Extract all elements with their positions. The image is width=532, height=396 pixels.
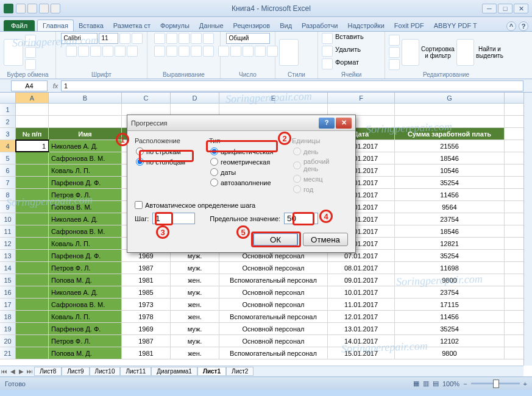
cell-name[interactable]: Николаев А. Д. [49, 140, 122, 152]
grow-font-icon[interactable] [119, 33, 130, 44]
row-head[interactable]: 4 [0, 140, 16, 152]
ok-button[interactable]: ОК [253, 233, 298, 246]
cell-year[interactable]: 1981 [122, 347, 171, 359]
dialog-close-button[interactable]: ✕ [336, 118, 352, 129]
indent-dec-icon[interactable] [191, 46, 202, 57]
header-num[interactable]: № п/п [16, 128, 49, 140]
cell[interactable] [219, 104, 328, 115]
cell[interactable] [395, 116, 505, 127]
cell-name[interactable]: Коваль Л. П. [49, 311, 122, 322]
layout-tab[interactable]: Разметка ст [108, 20, 155, 31]
cell-num[interactable]: 1 [16, 140, 49, 152]
font-size-combo[interactable]: 11 [99, 33, 118, 44]
cell-num[interactable] [16, 164, 49, 176]
underline-icon[interactable] [90, 46, 101, 57]
cell-date[interactable]: 10.01.2017 [328, 286, 395, 298]
cell-date[interactable]: 14.01.2017 [328, 335, 395, 347]
cell-year[interactable]: 1985 [122, 286, 171, 298]
row-head[interactable]: 3 [0, 128, 16, 140]
cell-salary[interactable]: 17115 [395, 299, 505, 310]
by-rows-radio[interactable]: по строкам [135, 147, 199, 156]
formula-input[interactable]: 1 [61, 80, 523, 91]
cell[interactable] [171, 104, 219, 115]
cell-num[interactable] [16, 274, 49, 286]
minimize-ribbon-icon[interactable]: ^ [506, 21, 516, 31]
redo-icon[interactable] [39, 4, 49, 13]
cell-num[interactable] [16, 286, 49, 298]
cell-num[interactable] [16, 323, 49, 334]
header-name[interactable]: Имя [49, 128, 122, 140]
cell-year[interactable]: 1987 [122, 262, 171, 274]
cell-salary[interactable]: 9800 [395, 274, 505, 286]
cell-year[interactable]: 1969 [122, 323, 171, 334]
cell-sex[interactable]: жен. [171, 274, 219, 286]
auto-step-checkbox[interactable]: Автоматическое определение шага [135, 201, 348, 209]
row-head[interactable]: 16 [0, 286, 16, 298]
align-left-icon[interactable] [154, 46, 165, 57]
limit-input[interactable] [284, 213, 318, 224]
cell-salary[interactable]: 11698 [395, 262, 505, 274]
border-icon[interactable] [102, 46, 113, 57]
cell-name[interactable]: Николаев А. Д. [49, 286, 122, 298]
zoom-in-icon[interactable]: + [523, 380, 527, 387]
sheet-nav-prev-icon[interactable]: ◀ [9, 368, 17, 375]
cell-salary[interactable]: 35254 [395, 323, 505, 334]
cell-salary[interactable]: 11456 [395, 189, 505, 200]
help-icon[interactable]: ? [519, 21, 528, 31]
view-normal-icon[interactable]: ▦ [413, 380, 419, 387]
cell-date[interactable]: 15.01.2017 [328, 347, 395, 359]
row-head[interactable]: 17 [0, 299, 16, 310]
fx-icon[interactable]: fx [50, 82, 61, 90]
sheet-tab[interactable]: Лист11 [120, 367, 151, 376]
sheet-nav-last-icon[interactable]: ⏭ [26, 368, 34, 375]
cell[interactable] [49, 116, 122, 127]
cell-cat[interactable]: Основной персонал [219, 335, 328, 347]
align-middle-icon[interactable] [166, 33, 177, 44]
cell[interactable] [395, 104, 505, 115]
cell-salary[interactable]: 23754 [395, 286, 505, 298]
cell-salary[interactable]: 9800 [395, 347, 505, 359]
row-head[interactable]: 21 [0, 347, 16, 359]
sheet-nav-first-icon[interactable]: ⏮ [0, 368, 9, 375]
cancel-button[interactable]: Отмена [303, 233, 348, 246]
home-tab[interactable]: Главная [37, 19, 74, 31]
cell-name[interactable]: Сафронова В. М. [49, 299, 122, 310]
cell-salary[interactable]: 12821 [395, 238, 505, 249]
cell-num[interactable] [16, 262, 49, 274]
cell-name[interactable]: Петров Ф. Л. [49, 189, 122, 200]
cell-name[interactable]: Коваль Л. П. [49, 164, 122, 176]
bold-icon[interactable] [66, 46, 77, 57]
view-break-icon[interactable]: ▤ [433, 380, 439, 387]
cell-name[interactable]: Николаев А. Д. [49, 213, 122, 225]
addins-tab[interactable]: Надстройки [342, 20, 389, 31]
cut-icon[interactable] [25, 35, 36, 46]
col-B[interactable]: B [49, 93, 122, 103]
cell-num[interactable] [16, 299, 49, 310]
cell-salary[interactable]: 35254 [395, 250, 505, 261]
zoom-slider[interactable] [471, 383, 520, 384]
cell-date[interactable]: 09.01.2017 [328, 274, 395, 286]
styles-button[interactable] [279, 39, 299, 66]
row-head[interactable]: 14 [0, 262, 16, 274]
cell-salary[interactable]: 23754 [395, 213, 505, 225]
cell-num[interactable] [16, 347, 49, 359]
cell-sex[interactable]: муж. [171, 335, 219, 347]
cell-year[interactable]: 1981 [122, 274, 171, 286]
cell-salary[interactable]: 9564 [395, 201, 505, 213]
undo-icon[interactable] [27, 4, 37, 13]
cell-salary[interactable]: 18546 [395, 152, 505, 164]
sheet-tab[interactable]: Лист2 [226, 367, 254, 376]
row-head[interactable]: 10 [0, 213, 16, 225]
cell-name[interactable]: Сафронова В. М. [49, 225, 122, 237]
insert-cells-icon[interactable] [322, 33, 333, 44]
view-tab[interactable]: Вид [275, 20, 297, 31]
cell-name[interactable]: Петров Ф. Л. [49, 262, 122, 274]
dates-radio[interactable]: даты [209, 168, 282, 177]
autofill-radio[interactable]: автозаполнение [209, 178, 282, 187]
cell-num[interactable] [16, 213, 49, 225]
font-name-combo[interactable]: Calibri [61, 33, 98, 44]
cell-num[interactable] [16, 311, 49, 322]
cell-cat[interactable]: Вспомогательный персонал [219, 347, 328, 359]
cell-sex[interactable]: муж. [171, 262, 219, 274]
font-color-icon[interactable] [127, 46, 138, 57]
